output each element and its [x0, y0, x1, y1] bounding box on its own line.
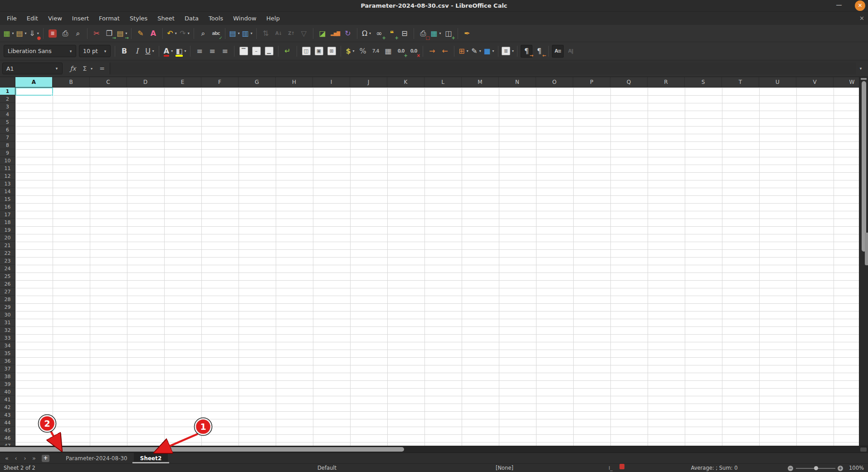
row-header-1[interactable]: 1 — [0, 88, 15, 95]
border-color-button-dropdown-icon[interactable]: ▾ — [493, 49, 494, 53]
wrap-text-button[interactable]: ↵ — [282, 45, 293, 58]
print-preview-button[interactable]: ⌕ — [72, 27, 84, 40]
freeze-rows-columns-button-dropdown-icon[interactable]: ▾ — [439, 31, 441, 35]
underline-button-dropdown-icon[interactable]: ▾ — [152, 49, 154, 53]
unsaved-changes-icon[interactable] — [619, 464, 624, 469]
average-sum[interactable]: Average: ; Sum: 0 — [660, 464, 769, 472]
row-header-17[interactable]: 17 — [0, 211, 15, 219]
row-header-45[interactable]: 45 — [0, 427, 15, 434]
column-header-j[interactable]: J — [350, 77, 387, 88]
insert-chart-button[interactable]: ▂▅▇ — [329, 27, 341, 40]
insert-row-button-dropdown-icon[interactable]: ▾ — [238, 31, 240, 35]
row-header-25[interactable]: 25 — [0, 272, 15, 280]
conditional-formatting-button-dropdown-icon[interactable]: ▾ — [512, 49, 514, 53]
expand-formula-bar-icon[interactable]: ▾ — [856, 66, 866, 71]
menu-format[interactable]: Format — [94, 13, 125, 24]
column-header-w[interactable]: W — [834, 77, 859, 88]
row-header-41[interactable]: 41 — [0, 396, 15, 404]
column-header-a[interactable]: A — [15, 77, 53, 88]
spelling-button[interactable]: abc✓ — [210, 27, 222, 40]
insert-column-button-dropdown-icon[interactable]: ▾ — [251, 31, 253, 35]
export-pdf-button[interactable]: ≣ — [47, 27, 59, 40]
column-header-g[interactable]: G — [239, 77, 276, 88]
border-style-button-dropdown-icon[interactable]: ▾ — [479, 49, 481, 53]
menu-styles[interactable]: Styles — [125, 13, 152, 24]
text-direction-horizontal-button[interactable]: A≡ — [552, 45, 564, 58]
select-all-corner[interactable] — [0, 77, 15, 88]
formula-icon[interactable]: = — [96, 65, 108, 72]
cut-button[interactable]: ✂ — [91, 27, 102, 40]
column-header-s[interactable]: S — [685, 77, 722, 88]
name-box-dropdown-icon[interactable]: ▾ — [51, 66, 62, 71]
formula-input[interactable] — [110, 63, 856, 74]
row-header-20[interactable]: 20 — [0, 234, 15, 242]
undo-button-dropdown-icon[interactable]: ▾ — [175, 31, 177, 35]
column-header-i[interactable]: I — [313, 77, 350, 88]
number-format-button[interactable]: 7.4 — [370, 45, 381, 58]
row-header-36[interactable]: 36 — [0, 357, 15, 365]
autosum-icon[interactable]: Σ — [79, 65, 91, 72]
menu-sheet[interactable]: Sheet — [152, 13, 180, 24]
clear-formatting-button[interactable]: A — [147, 27, 159, 40]
selected-cell-a1[interactable] — [15, 88, 53, 96]
row-header-28[interactable]: 28 — [0, 296, 15, 303]
freeze-rows-columns-button[interactable]: ▦▾ — [430, 27, 442, 40]
row-header-6[interactable]: 6 — [0, 126, 15, 134]
first-sheet-button[interactable]: « — [3, 455, 11, 462]
insert-image-button[interactable]: ◪ — [317, 27, 328, 40]
merge-cells-button[interactable]: ▣ — [313, 45, 325, 58]
row-header-31[interactable]: 31 — [0, 319, 15, 326]
autosum-dropdown-icon[interactable]: ▾ — [91, 67, 96, 71]
font-color-button-dropdown-icon[interactable]: ▾ — [171, 49, 173, 53]
row-header-40[interactable]: 40 — [0, 388, 15, 396]
next-sheet-button[interactable]: › — [21, 455, 29, 462]
row-header-30[interactable]: 30 — [0, 311, 15, 319]
column-header-l[interactable]: L — [424, 77, 462, 88]
row-header-34[interactable]: 34 — [0, 342, 15, 350]
currency-button[interactable]: $▾ — [344, 45, 356, 58]
insert-comment-button[interactable]: ❝+ — [386, 27, 398, 40]
paste-button-dropdown-icon[interactable]: ▾ — [126, 31, 127, 35]
fill-handle[interactable] — [51, 94, 54, 96]
row-header-21[interactable]: 21 — [0, 242, 15, 249]
column-header-q[interactable]: Q — [610, 77, 648, 88]
column-header-p[interactable]: P — [573, 77, 610, 88]
borders-button-dropdown-icon[interactable]: ▾ — [467, 49, 468, 53]
save-button-dropdown-icon[interactable]: ▾ — [37, 31, 39, 35]
copy-button[interactable]: ❐→ — [103, 27, 115, 40]
sheet-tab-sheet2[interactable]: Sheet2 — [134, 453, 168, 463]
row-header-22[interactable]: 22 — [0, 249, 15, 257]
row-header-44[interactable]: 44 — [0, 419, 15, 427]
highlighting-color-button[interactable]: ◧▾ — [175, 45, 187, 58]
menu-data[interactable]: Data — [180, 13, 204, 24]
column-header-k[interactable]: K — [387, 77, 424, 88]
highlighting-color-button-dropdown-icon[interactable]: ▾ — [185, 49, 186, 53]
row-header-15[interactable]: 15 — [0, 195, 15, 203]
row-header-33[interactable]: 33 — [0, 334, 15, 342]
last-sheet-button[interactable]: » — [30, 455, 38, 462]
split-handle[interactable] — [861, 78, 867, 80]
selection-mode[interactable]: [None] — [496, 464, 513, 472]
row-header-13[interactable]: 13 — [0, 180, 15, 188]
row-header-16[interactable]: 16 — [0, 203, 15, 211]
column-header-h[interactable]: H — [276, 77, 313, 88]
row-header-7[interactable]: 7 — [0, 134, 15, 141]
zoom-slider-thumb[interactable] — [814, 466, 818, 470]
row-header-46[interactable]: 46 — [0, 434, 15, 442]
delete-decimal-button[interactable]: 0.0× — [408, 45, 419, 58]
row-header-27[interactable]: 27 — [0, 288, 15, 296]
align-right-button[interactable]: ≡ — [219, 45, 231, 58]
vertical-scrollbar-thumb[interactable] — [862, 81, 866, 252]
column-header-u[interactable]: U — [759, 77, 796, 88]
close-button[interactable]: ✕ — [855, 0, 865, 11]
row-header-19[interactable]: 19 — [0, 226, 15, 234]
sheet-tab-parameter-2024-08-30[interactable]: Parameter-2024-08-30 — [59, 453, 134, 463]
find-replace-button[interactable]: ⌕ — [197, 27, 209, 40]
save-button[interactable]: ⇓●▾ — [28, 27, 40, 40]
insert-special-character-button[interactable]: Ω▾ — [361, 27, 372, 40]
increase-indent-button[interactable]: → — [426, 45, 438, 58]
border-style-button[interactable]: ✎▾ — [470, 45, 482, 58]
font-size-combo[interactable]: 10 pt▾ — [79, 45, 111, 57]
bold-button[interactable]: B — [118, 45, 130, 58]
insert-column-button[interactable]: ▥▾ — [241, 27, 253, 40]
